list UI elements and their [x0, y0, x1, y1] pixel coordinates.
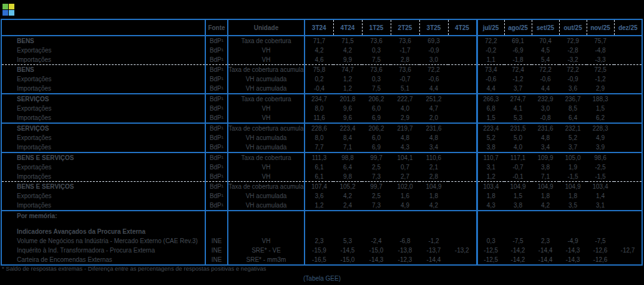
- value-cell: [448, 133, 477, 142]
- value-cell: -2,8: [559, 46, 587, 55]
- value-cell: 2,3: [532, 236, 559, 246]
- value-cell: 8,0: [305, 104, 333, 113]
- fonte-cell: [205, 221, 228, 226]
- value-cell: 3,1: [587, 201, 614, 211]
- value-cell: 103,4: [477, 182, 504, 192]
- value-cell: 2,1: [419, 162, 448, 172]
- unidade-cell: VH: [228, 55, 305, 65]
- value-cell: -16,5: [305, 255, 333, 265]
- row-label: Carteira de Encomendas Externas: [1, 255, 205, 265]
- value-cell: 0,3: [477, 236, 504, 246]
- value-cell: [448, 162, 477, 172]
- value-cell: 232,9: [532, 94, 559, 104]
- value-cell: 219,7: [391, 123, 419, 133]
- value-cell: [448, 211, 477, 221]
- unidade-cell: VH acumulada: [228, 84, 305, 94]
- value-cell: 5,0: [504, 133, 532, 142]
- value-cell: [559, 221, 587, 226]
- value-cell: -1,7: [391, 46, 419, 55]
- value-cell: -0,6: [532, 74, 559, 84]
- value-cell: 7,3: [362, 201, 391, 211]
- value-cell: -13,2: [448, 246, 477, 255]
- row-label: Volume de Negócios na Indústria - Mercad…: [1, 236, 205, 246]
- value-cell: [614, 55, 642, 65]
- column-header-dez-25: dez/25: [614, 19, 642, 36]
- value-cell: 1,2: [305, 201, 333, 211]
- value-cell: [587, 221, 614, 226]
- value-cell: [614, 191, 642, 201]
- value-cell: 1,5: [587, 104, 614, 113]
- fonte-cell: BdP¹: [205, 182, 228, 192]
- memo-subtitle-row: Indicadores Avançados da Procura Externa: [1, 226, 642, 236]
- table-caption: (Tabela GEE): [0, 275, 644, 282]
- unidade-column-header: Unidade: [228, 19, 305, 36]
- value-cell: 0,3: [362, 74, 391, 84]
- value-cell: 104,1: [391, 152, 419, 162]
- fonte-cell: BdP¹: [205, 201, 228, 211]
- window-logo: [2, 4, 14, 16]
- fonte-cell: INE: [205, 246, 228, 255]
- value-cell: 222,7: [391, 94, 419, 104]
- value-cell: [448, 94, 477, 104]
- fonte-cell: BdP¹: [205, 55, 228, 65]
- value-cell: 6,9: [362, 113, 391, 123]
- column-header-nov-25: nov/25: [587, 19, 614, 36]
- table-row: BENS E SERVIÇOSBdP¹Taxa de cobertura111,…: [1, 152, 642, 162]
- table-row: SERVIÇOSBdP¹Taxa de cobertura234,7201,82…: [1, 94, 642, 104]
- value-cell: 3,4: [532, 142, 559, 152]
- value-cell: 70,4: [532, 36, 559, 46]
- value-cell: [614, 104, 642, 113]
- value-cell: 4,4: [419, 84, 448, 94]
- table-row: ExportaçõesBdP¹VH acumulada8,08,46,04,84…: [1, 133, 642, 142]
- value-cell: 3,6: [559, 84, 587, 94]
- value-cell: -14,2: [504, 246, 532, 255]
- fonte-cell: BdP¹: [205, 172, 228, 182]
- value-cell: 9,9: [333, 55, 362, 65]
- fonte-cell: BdP¹: [205, 94, 228, 104]
- value-cell: [448, 221, 477, 226]
- row-label: BENS E SERVIÇOS: [1, 152, 205, 162]
- value-cell: -0,4: [305, 84, 333, 94]
- value-cell: 232,1: [559, 123, 587, 133]
- value-cell: 4,1: [504, 104, 532, 113]
- value-cell: 4,7: [419, 104, 448, 113]
- value-cell: 103,4: [587, 182, 614, 192]
- value-cell: [614, 221, 642, 226]
- row-label: Importações: [1, 201, 205, 211]
- value-cell: 223,4: [333, 123, 362, 133]
- value-cell: 7,1: [333, 142, 362, 152]
- value-cell: -3,2: [559, 55, 587, 65]
- value-cell: 5,4: [532, 55, 559, 65]
- unidade-cell: VH acumulada: [228, 191, 305, 201]
- row-label: Importações: [1, 172, 205, 182]
- value-cell: 4,4: [477, 84, 504, 94]
- value-cell: 188,3: [587, 94, 614, 104]
- value-cell: 74,7: [333, 65, 362, 75]
- value-cell: -14,4: [532, 246, 559, 255]
- value-cell: [532, 221, 559, 226]
- value-cell: [305, 211, 333, 221]
- value-cell: 1,1: [477, 55, 504, 65]
- value-cell: -0,1: [504, 172, 532, 182]
- value-cell: 6,8: [477, 104, 504, 113]
- row-label: Importações: [1, 84, 205, 94]
- value-cell: -14,4: [532, 255, 559, 265]
- unidade-cell: VH acumulada: [228, 201, 305, 211]
- value-cell: 251,2: [419, 94, 448, 104]
- fonte-cell: INE: [205, 236, 228, 246]
- value-cell: 5,2: [477, 133, 504, 142]
- unidade-cell: VH: [228, 104, 305, 113]
- row-label: BENS: [1, 65, 205, 75]
- value-cell: 7,7: [305, 142, 333, 152]
- table-row: BENS E SERVIÇOSBdP¹Taxa de cobertura acu…: [1, 182, 642, 192]
- value-cell: 72,2: [477, 36, 504, 46]
- value-cell: 3,8: [477, 142, 504, 152]
- fonte-cell: BdP¹: [205, 36, 228, 46]
- value-cell: 6,0: [362, 104, 391, 113]
- value-cell: 1,2: [333, 74, 362, 84]
- value-cell: -13,8: [391, 246, 419, 255]
- value-cell: [504, 221, 532, 226]
- value-cell: -1,2: [419, 236, 448, 246]
- fonte-cell: BdP¹: [205, 104, 228, 113]
- value-cell: 3,5: [559, 201, 587, 211]
